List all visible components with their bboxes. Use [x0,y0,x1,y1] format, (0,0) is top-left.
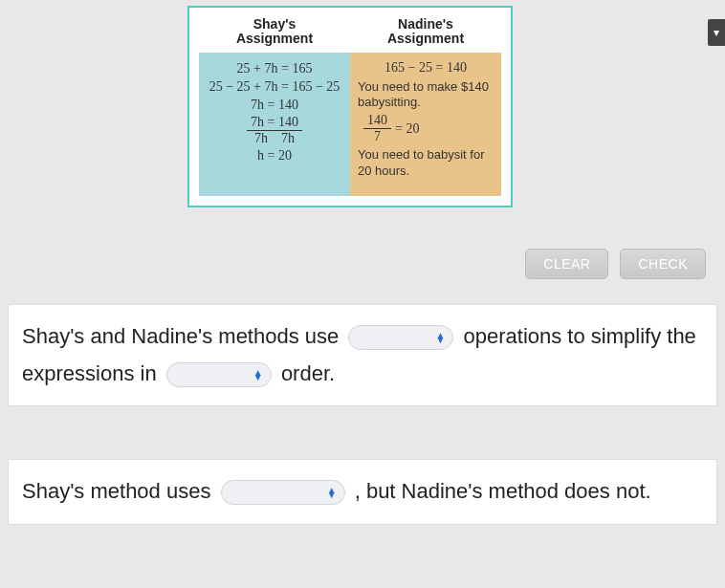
shay-frac-den-l: 7h [254,131,268,145]
sort-icon [327,488,337,497]
nadine-title-1: Nadine's [398,16,453,32]
shay-body: 25 + 7h = 165 25 − 25 + 7h = 165 − 25 7h… [199,53,350,196]
dropdown-order[interactable] [166,362,272,387]
sentence-card-1: Shay's and Nadine's methods use operatio… [8,304,717,406]
s1-part-3: order. [281,361,335,385]
clear-button[interactable]: CLEAR [525,249,608,279]
sort-icon [253,370,263,380]
s1-part-1: Shay's and Nadine's methods use [22,324,344,348]
sentence-card-2: Shay's method uses , but Nadine's method… [8,459,717,525]
shay-step-2: 25 − 25 + 7h = 165 − 25 [203,79,346,95]
nadine-body: 165 − 25 = 140 You need to make $140 bab… [350,53,501,196]
shay-header: Shay's Assignment [199,15,350,53]
dropdown-stub[interactable] [708,19,725,46]
nadine-header: Nadine's Assignment [350,15,501,53]
dropdown-operations[interactable] [348,325,453,350]
nadine-frac-num: 140 [363,114,391,129]
nadine-frac-den: 7 [374,129,381,143]
check-button[interactable]: CHECK [620,249,706,279]
shay-title-1: Shay's [253,16,297,32]
nadine-step-1: 165 − 25 = 140 [358,60,494,76]
work-card: Shay's Assignment 25 + 7h = 165 25 − 25 … [187,6,513,207]
nadine-step-2: 140 7 = 20 [358,114,494,143]
shay-step-1: 25 + 7h = 165 [203,61,346,76]
nadine-text-2: You need to babysit for 20 hours. [358,147,494,179]
shay-frac-num: 7h = 140 [247,116,302,131]
shay-step-5: h = 20 [203,148,346,163]
shay-frac-den-r: 7h [281,131,295,145]
button-row: CLEAR CHECK [525,249,706,279]
nadine-frac-eq: = 20 [395,121,419,137]
shay-step-4: 7h = 140 7h 7h [203,116,346,145]
nadine-title-2: Assignment [387,31,464,46]
s2-part-2: , but Nadine's method does not. [355,479,651,503]
sort-icon [435,333,445,342]
nadine-text-1: You need to make $140 babysitting. [358,79,494,111]
shay-title-2: Assignment [236,31,313,46]
s2-part-1: Shay's method uses [22,479,217,503]
dropdown-uses[interactable] [221,480,345,505]
shay-step-3: 7h = 140 [203,98,346,113]
